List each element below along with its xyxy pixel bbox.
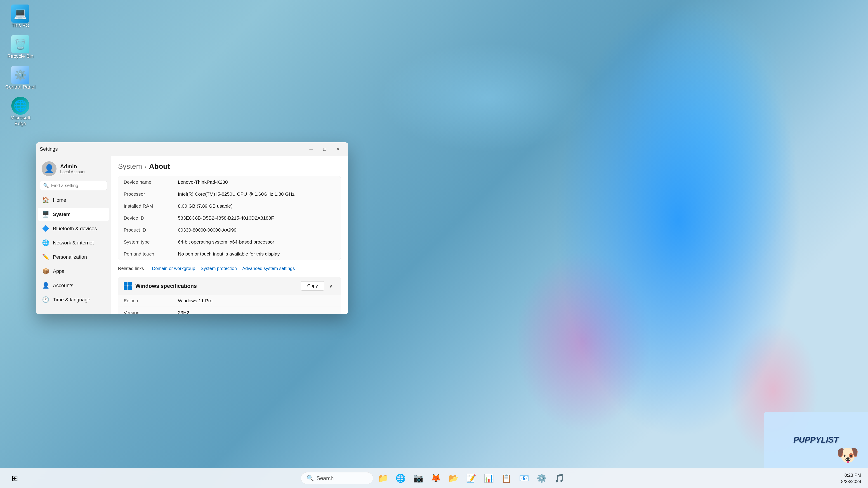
copy-button[interactable]: Copy: [301, 281, 324, 291]
close-button[interactable]: ✕: [332, 144, 344, 154]
table-row: Installed RAM 8.00 GB (7.89 GB usable): [118, 200, 341, 212]
recycle-bin-icon[interactable]: 🗑️ Recycle Bin: [4, 35, 36, 59]
table-row: Processor Intel(R) Core(TM) i5-8250U CPU…: [118, 188, 341, 200]
table-row: Product ID 00330-80000-00000-AA999: [118, 224, 341, 236]
desktop: 💻 This PC 🗑️ Recycle Bin ⚙️ Control Pane…: [0, 0, 868, 488]
version-label: Version: [124, 310, 178, 314]
edition-value: Windows 11 Pro: [178, 298, 335, 303]
clock-time: 8:23 PM: [844, 472, 861, 478]
user-subtitle: Local Account: [60, 170, 105, 174]
user-profile[interactable]: 👤 Admin Local Account: [38, 159, 109, 181]
system-protection-link[interactable]: System protection: [198, 265, 240, 272]
this-pc-label: This PC: [11, 23, 29, 29]
domain-workgroup-link[interactable]: Domain or workgroup: [149, 265, 198, 272]
table-row: Version 23H2: [118, 307, 341, 314]
breadcrumb-parent[interactable]: System: [118, 162, 142, 170]
table-row: System type 64-bit operating system, x64…: [118, 236, 341, 248]
sidebar-item-time[interactable]: 🕐 Time & language: [38, 293, 109, 306]
search-box[interactable]: 🔍: [40, 181, 107, 190]
sidebar-item-label: Personalization: [53, 254, 87, 260]
this-pc-icon[interactable]: 💻 This PC: [4, 4, 36, 29]
taskbar-teams[interactable]: 🎵: [551, 470, 567, 486]
advanced-system-link[interactable]: Advanced system settings: [240, 265, 298, 272]
time-icon: 🕐: [42, 296, 49, 303]
table-row: Device name Lenovo-ThinkPad-X280: [118, 176, 341, 188]
this-pc-icon-img: 💻: [11, 4, 29, 23]
control-panel-icon[interactable]: ⚙️ Control Panel: [4, 66, 36, 90]
breadcrumb-current: About: [149, 162, 170, 170]
sidebar-item-label: Bluetooth & devices: [53, 226, 97, 232]
edition-label: Edition: [124, 298, 178, 303]
taskbar-firefox[interactable]: 🦊: [428, 470, 444, 486]
edge-label: Microsoft Edge: [4, 115, 36, 127]
taskbar-settings[interactable]: ⚙️: [534, 470, 550, 486]
title-bar-controls: ─ □ ✕: [305, 144, 344, 154]
windows-logo-q2: [128, 282, 132, 286]
device-name-value: Lenovo-ThinkPad-X280: [178, 180, 335, 185]
system-type-label: System type: [124, 239, 178, 245]
sidebar: 👤 Admin Local Account 🔍 🏠 Home: [36, 156, 111, 314]
search-input[interactable]: [51, 183, 104, 188]
taskbar-folder[interactable]: 📂: [445, 470, 461, 486]
taskbar-outlook[interactable]: 📧: [516, 470, 532, 486]
spec-header-left: Windows specifications: [124, 282, 197, 290]
sidebar-item-label: Apps: [53, 268, 64, 274]
sidebar-item-accounts[interactable]: 👤 Accounts: [38, 279, 109, 292]
collapse-button[interactable]: ∧: [327, 282, 335, 290]
taskbar-camera[interactable]: 📷: [410, 470, 426, 486]
microsoft-edge-icon[interactable]: 🌐 Microsoft Edge: [4, 97, 36, 127]
home-icon: 🏠: [42, 197, 49, 203]
start-button[interactable]: ⊞: [7, 470, 23, 486]
windows-logo-q1: [124, 282, 127, 286]
spec-title: Windows specifications: [135, 283, 197, 289]
taskbar-edge[interactable]: 🌐: [393, 470, 408, 486]
desktop-icons: 💻 This PC 🗑️ Recycle Bin ⚙️ Control Pane…: [4, 4, 36, 127]
taskbar-center: 🔍 Search 📁 🌐 📷 🦊 📂 📝 📊 📋 📧 ⚙️ 🎵: [301, 470, 567, 486]
table-row: Device ID 533E8C8B-D5B2-4858-B215-4016D2…: [118, 212, 341, 224]
maximize-button[interactable]: □: [318, 144, 331, 154]
title-bar-left: Settings: [40, 146, 58, 152]
product-id-label: Product ID: [124, 227, 178, 233]
personalization-icon: ✏️: [42, 254, 49, 260]
taskbar-powerpoint[interactable]: 📋: [498, 470, 514, 486]
control-panel-label: Control Panel: [5, 84, 35, 90]
taskbar-search-box[interactable]: 🔍 Search: [301, 472, 373, 484]
taskbar-word[interactable]: 📝: [463, 470, 479, 486]
sidebar-item-label: System: [53, 212, 70, 217]
taskbar-excel[interactable]: 📊: [481, 470, 497, 486]
bluetooth-icon: 🔷: [42, 225, 49, 232]
sidebar-item-network[interactable]: 🌐 Network & internet: [38, 236, 109, 250]
network-icon: 🌐: [42, 239, 49, 246]
puppy-dog-emoji: 🐶: [836, 445, 859, 466]
recycle-bin-label: Recycle Bin: [7, 53, 33, 59]
processor-value: Intel(R) Core(TM) i5-8250U CPU @ 1.60GHz…: [178, 191, 335, 197]
breadcrumb: System › About: [118, 162, 341, 170]
sidebar-item-home[interactable]: 🏠 Home: [38, 193, 109, 207]
edge-icon-img: 🌐: [11, 97, 29, 115]
ram-label: Installed RAM: [124, 203, 178, 209]
search-icon: 🔍: [43, 183, 49, 188]
taskbar-file-explorer[interactable]: 📁: [375, 470, 391, 486]
accounts-icon: 👤: [42, 282, 49, 289]
device-id-label: Device ID: [124, 215, 178, 221]
sidebar-item-personalization[interactable]: ✏️ Personalization: [38, 250, 109, 264]
sidebar-item-label: Home: [53, 197, 66, 203]
control-panel-icon-img: ⚙️: [11, 66, 29, 84]
windows-logo-q4: [128, 286, 132, 290]
user-info: Admin Local Account: [60, 163, 105, 174]
taskbar-search-label: Search: [316, 475, 334, 482]
sidebar-item-apps[interactable]: 📦 Apps: [38, 265, 109, 278]
apps-icon: 📦: [42, 268, 49, 275]
settings-body: 👤 Admin Local Account 🔍 🏠 Home: [36, 156, 348, 314]
sidebar-item-bluetooth[interactable]: 🔷 Bluetooth & devices: [38, 222, 109, 235]
related-links: Related links Domain or workgroup System…: [118, 265, 341, 272]
ram-value: 8.00 GB (7.89 GB usable): [178, 203, 335, 209]
title-bar: Settings ─ □ ✕: [36, 142, 348, 156]
version-value: 23H2: [178, 310, 335, 314]
sidebar-item-label: Accounts: [53, 283, 73, 289]
device-info-section: Device name Lenovo-ThinkPad-X280 Process…: [118, 176, 341, 260]
sidebar-item-system[interactable]: 🖥️ System: [38, 207, 109, 221]
taskbar-left: ⊞: [7, 470, 23, 486]
minimize-button[interactable]: ─: [305, 144, 317, 154]
system-clock: 8:23 PM 8/23/2024: [841, 472, 861, 485]
